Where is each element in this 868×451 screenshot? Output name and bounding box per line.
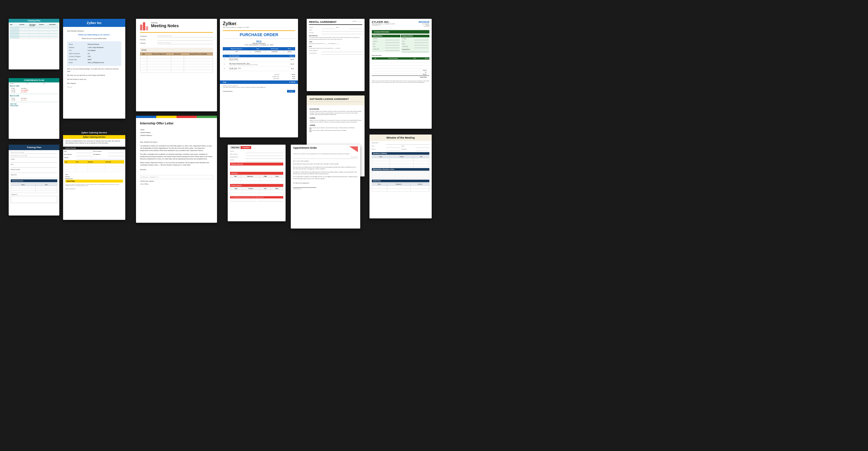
appointment-subtitle: The terms and conditions of the employme… — [291, 153, 360, 156]
catering-card: Zylker Catering Service Zylker Catering … — [63, 130, 125, 220]
rental-title: RENTAL AGREEMENT — [309, 21, 337, 24]
invoice-card: ZYLKER INC. 1AXX, Downtown Avenue, Los A… — [370, 19, 432, 129]
prepared-by-field — [415, 149, 430, 151]
appointment-body4: Your compensation is tentative to be pai… — [293, 176, 358, 180]
po-items-table: # Item & Description Amount 1 Brochure D… — [223, 55, 295, 71]
guarantor-field — [322, 32, 362, 34]
color-bar — [136, 116, 217, 118]
sla-background: BACKGROUND — [310, 108, 362, 110]
notes-row2 — [140, 58, 213, 61]
checkbox-1[interactable] — [310, 128, 311, 129]
members-row: Meeting Members: — [230, 157, 283, 159]
col-discussion: Discussion & Agreements — [147, 53, 171, 56]
training1-row8 — [9, 37, 58, 39]
shipment-data-row: UPS 07/03/2023 07/03/2021 321014 — [223, 50, 295, 53]
checkbox-row1: Licensee may not sublicense, sell, resel… — [310, 127, 362, 129]
agenda-item-row1 — [230, 190, 283, 193]
client-company-field — [108, 151, 124, 153]
minutes-title: Minutes of the Meeting — [372, 136, 429, 139]
time-field — [11, 165, 57, 168]
catering-footer: This quote is valid for 7 days and is ba… — [63, 183, 125, 188]
material-label: Material needed — [11, 169, 57, 170]
attendee-row2 — [230, 181, 283, 183]
training1-content: Topic Summary Presentation Description R… — [9, 23, 59, 40]
appointment-title: Appointment Order — [293, 147, 317, 149]
signature-line — [293, 184, 316, 188]
attendees-header-row: Team Department E-Mail Phone — [230, 175, 283, 178]
landlord-sig-field — [322, 50, 362, 52]
sla-background-text: The licensor software license software t… — [310, 111, 362, 116]
sessions-table: Name Total — [11, 183, 57, 193]
conference-events2: 9:30 AM Event Name 10:30 AM Event Name — [9, 97, 59, 101]
po-address: 1AXX, Downtown Avenue, Los Angeles, CA -… — [223, 27, 249, 28]
conference-plan-card: CONFERENCE PLAN Facilitator Title Time M… — [9, 78, 59, 139]
po-footer: Thank you for your business! If you have… — [220, 84, 298, 89]
quote-header: Quote Details — [63, 147, 125, 150]
attendance-header: Attendance at Meeting — [372, 152, 429, 155]
meeting-notes-header: Activity Meeting Notes — [136, 19, 217, 32]
shipping-method-field — [402, 50, 429, 52]
sla-header-divider — [310, 101, 362, 102]
rent-text: Lessee agrees to pay Lessor rent in the … — [309, 48, 362, 50]
po-header: Zylker. 1AXX, Downtown Avenue, Los Angel… — [220, 19, 298, 30]
quote-row2: Quote Number: Client Address: — [64, 154, 124, 156]
subtotal-row: Sub Total 630.00 — [223, 73, 295, 75]
objectives-field — [11, 176, 57, 178]
agenda-items-table: Topic Presenter Time Notes — [230, 187, 283, 195]
training-plan-2-card: Training Plan [Name of your training] [D… — [9, 144, 59, 216]
quote-num-field — [76, 154, 93, 156]
total-till-field — [76, 157, 124, 159]
service-date-label: Service Date — [418, 26, 429, 27]
conference-header: CONFERENCE PLAN — [9, 78, 59, 83]
training2-header: Training Plan — [9, 144, 59, 150]
notes-table: Topic Discussion & Agreements Action Ite… — [140, 52, 213, 73]
meeting-agenda-card: MEETING AGENDA Proposer: State of meetin… — [228, 144, 286, 221]
email-body1: With our new and refreshing design, It's… — [67, 68, 121, 72]
po-item-1: 1 Brochure Design Single Side, Colored 3… — [223, 57, 295, 62]
date-field: «Date» — [140, 128, 213, 131]
notes-area — [372, 171, 429, 179]
appointment-body1: We are pleased to offer you the position… — [293, 163, 358, 165]
attendees-header: Attendees — [230, 172, 283, 175]
address-row-ship: Address — [402, 43, 429, 45]
col-summary: Summary — [20, 24, 29, 27]
notes-row3 — [140, 61, 213, 64]
agenda-label: AGENDA — [241, 146, 251, 149]
rental-agreement-card: RENTAL AGREEMENT Doc No. ________ Landlo… — [307, 19, 365, 91]
zylker-email-header: Zylker Inc — [63, 19, 125, 27]
trainer-field — [11, 160, 57, 163]
offer-body3: Please contact «Supervisor's Name» or me… — [140, 161, 213, 166]
order-row1 — [372, 60, 429, 63]
shipping-line: Shipping — [372, 73, 429, 75]
prepared-by-field — [257, 199, 283, 201]
session-row2 — [11, 188, 57, 191]
student-name-field: «Student Name» — [140, 131, 213, 134]
comments-field — [11, 196, 57, 203]
tenant-sign-row: Tenant Signature: — [309, 53, 362, 55]
minutes-card: Minutes of the Meeting Meeting Name Date… — [370, 134, 432, 218]
quote-fields: Date: Client Company: Quote Number: Clie… — [63, 151, 125, 159]
prepared-by: Quote Prepared by — [63, 188, 125, 191]
email-row-billing: Email — [373, 46, 399, 48]
checkbox-2[interactable] — [310, 130, 311, 132]
training1-header: Training Plan — [9, 19, 59, 23]
attendees-table: Team Department E-Mail Phone — [230, 175, 283, 183]
guarantor-row: Guarantor: — [309, 32, 362, 34]
po-company: Zylker. 1AXX, Downtown Avenue, Los Angel… — [223, 21, 249, 28]
thank-you-text: Thank you Subscribing to our service ! — [67, 34, 121, 36]
leader-field — [415, 146, 430, 148]
sessions-header: Name Total — [11, 184, 57, 186]
agenda-item-row2 — [230, 193, 283, 195]
greeting: Dear Richard Johnsson, — [67, 30, 121, 32]
col-required: Required — [39, 24, 49, 27]
invoice-company-section: ZYLKER INC. 1AXX, Downtown Avenue, Los A… — [372, 21, 395, 27]
term-text: This agreement shall commence on _____ a… — [309, 43, 362, 45]
event-row3: 11:00 AM Event Name — [10, 91, 58, 93]
notes-section-header: NOTES — [140, 48, 213, 52]
appointment-header: Appointment Order — [291, 144, 360, 153]
action-header-row: Action Assigned to Due date — [372, 183, 429, 186]
landlord-sign-row: Landlord Signature: — [309, 50, 362, 52]
agenda-items-header-row: Topic Presenter Time Notes — [230, 188, 283, 190]
notes-row5 — [140, 67, 213, 70]
notes-row1 — [140, 56, 213, 58]
